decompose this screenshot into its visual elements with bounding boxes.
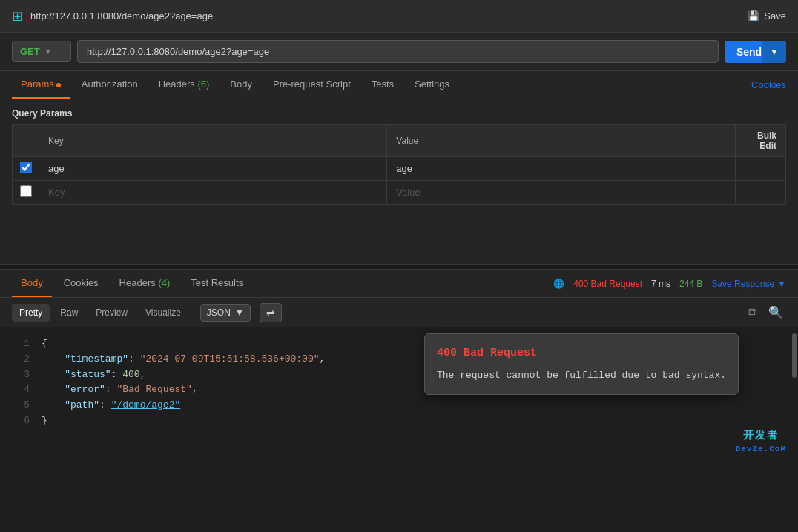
response-meta: 🌐 400 Bad Request 7 ms 244 B Save Respon…	[553, 279, 786, 289]
row1-value[interactable]: age	[387, 157, 735, 181]
response-tab-headers[interactable]: Headers (4)	[111, 270, 179, 297]
watermark: 开发者 DevZe.CoM	[736, 429, 786, 455]
row2-value[interactable]: Value	[387, 181, 735, 205]
method-value: GET	[20, 46, 40, 57]
title-bar-left: ⊞ http://127.0.0.1:8080/demo/age2?age=ag…	[12, 8, 213, 24]
section-divider	[0, 264, 798, 270]
params-spacer	[0, 205, 798, 264]
row1-key[interactable]: age	[39, 157, 387, 181]
query-params-title: Query Params	[12, 108, 786, 119]
format-type-select[interactable]: JSON ▼	[200, 304, 251, 322]
code-scrollbar[interactable]	[792, 333, 797, 378]
send-group: Send ▼	[725, 41, 786, 63]
table-row: Key Value	[13, 181, 786, 205]
col-bulk-edit[interactable]: Bulk Edit	[735, 125, 785, 157]
row2-action	[735, 181, 785, 205]
code-line-5: 5 "path": "/demo/age2"	[0, 398, 798, 413]
tooltip-body: The request cannot be fulfilled due to b…	[437, 368, 726, 384]
tooltip-title: 400 Bad Request	[437, 345, 726, 362]
send-button[interactable]: Send	[725, 41, 762, 63]
globe-icon: 🌐	[553, 279, 564, 289]
search-button[interactable]: 🔍	[765, 302, 786, 322]
tab-headers[interactable]: Headers (6)	[150, 71, 219, 99]
save-label: Save	[764, 10, 786, 21]
error-tooltip: 400 Bad Request The request cannot be fu…	[424, 333, 739, 395]
response-size: 244 B	[679, 279, 702, 289]
tab-settings[interactable]: Settings	[406, 71, 458, 99]
code-line-6: 6 }	[0, 413, 798, 429]
params-dot	[56, 83, 61, 87]
app-icon: ⊞	[12, 8, 23, 24]
row1-checkbox-cell[interactable]	[13, 157, 39, 181]
value-placeholder: Value	[396, 187, 420, 198]
cookies-link[interactable]: Cookies	[751, 79, 786, 90]
response-tab-body[interactable]: Body	[12, 270, 52, 297]
tab-params[interactable]: Params	[12, 71, 70, 99]
key-placeholder: Key	[48, 187, 65, 198]
format-right: ⧉ 🔍	[745, 302, 786, 322]
row2-checkbox-cell[interactable]	[13, 181, 39, 205]
watermark-line1: 开发者	[736, 429, 786, 444]
copy-button[interactable]: ⧉	[745, 303, 759, 322]
params-table: Key Value Bulk Edit age age Key	[12, 124, 786, 205]
method-select[interactable]: GET ▼	[12, 41, 71, 62]
format-bar: Pretty Raw Preview Visualize JSON ▼ ⇌ ⧉ …	[0, 298, 798, 327]
col-value: Value	[387, 125, 735, 157]
row1-action	[735, 157, 785, 181]
format-tab-raw[interactable]: Raw	[53, 304, 85, 322]
tab-authorization[interactable]: Authorization	[73, 71, 147, 99]
response-tab-cookies[interactable]: Cookies	[55, 270, 108, 297]
col-checkbox	[13, 125, 39, 157]
url-input[interactable]	[77, 40, 719, 63]
row2-key[interactable]: Key	[39, 181, 387, 205]
row1-checkbox[interactable]	[20, 162, 32, 173]
col-key: Key	[39, 125, 387, 157]
save-button[interactable]: 💾 Save	[748, 10, 786, 21]
title-url: http://127.0.0.1:8080/demo/age2?age=age	[30, 10, 213, 21]
save-icon: 💾	[748, 10, 759, 21]
request-tabs-bar: Params Authorization Headers (6) Body Pr…	[0, 71, 798, 99]
format-tab-visualize[interactable]: Visualize	[138, 304, 188, 322]
save-response-button[interactable]: Save Response ▼	[711, 279, 786, 289]
request-bar: GET ▼ Send ▼	[0, 33, 798, 71]
format-tab-pretty[interactable]: Pretty	[12, 304, 50, 322]
row2-checkbox[interactable]	[20, 185, 32, 197]
params-section: Query Params Key Value Bulk Edit age age	[0, 99, 798, 205]
watermark-line2: DevZe.CoM	[736, 444, 786, 455]
save-response-chevron-icon: ▼	[777, 279, 786, 289]
response-time: 7 ms	[651, 279, 670, 289]
title-bar: ⊞ http://127.0.0.1:8080/demo/age2?age=ag…	[0, 0, 798, 33]
method-chevron-icon: ▼	[44, 47, 52, 56]
send-dropdown-button[interactable]: ▼	[762, 41, 786, 63]
wrap-button[interactable]: ⇌	[260, 303, 282, 322]
code-area: 1 { 2 "timestamp": "2024-07-09T15:51:58.…	[0, 327, 798, 461]
response-tab-test-results[interactable]: Test Results	[182, 270, 252, 297]
tab-body[interactable]: Body	[221, 71, 261, 99]
table-row: age age	[13, 157, 786, 181]
format-chevron-icon: ▼	[235, 307, 244, 318]
format-tab-preview[interactable]: Preview	[88, 304, 135, 322]
response-tabs-bar: Body Cookies Headers (4) Test Results 🌐 …	[0, 270, 798, 298]
response-status: 400 Bad Request	[573, 279, 642, 289]
tab-tests[interactable]: Tests	[363, 71, 403, 99]
tab-prerequest[interactable]: Pre-request Script	[264, 71, 360, 99]
